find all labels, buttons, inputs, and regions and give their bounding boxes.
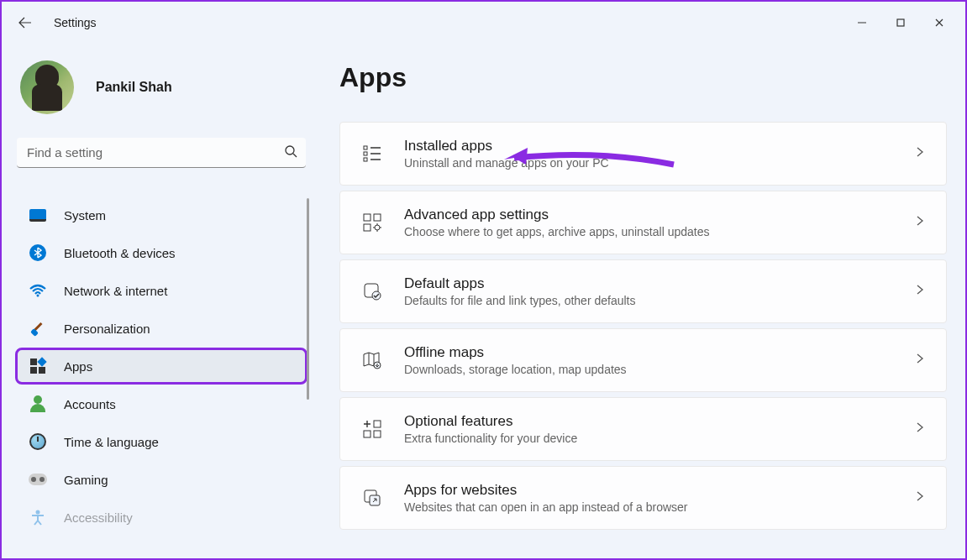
sidebar-item-label: Bluetooth & devices xyxy=(64,246,176,260)
svg-rect-14 xyxy=(374,421,381,427)
chevron-right-icon xyxy=(914,146,926,161)
sidebar-item-label: System xyxy=(64,208,106,222)
svg-rect-4 xyxy=(364,146,367,149)
search-input[interactable] xyxy=(17,138,306,168)
apps-icon xyxy=(29,357,47,375)
map-icon xyxy=(360,348,384,372)
maximize-button[interactable] xyxy=(881,6,920,39)
sidebar-item-time[interactable]: Time & language xyxy=(17,425,306,458)
svg-point-2 xyxy=(37,295,39,297)
list-icon xyxy=(360,142,384,165)
sidebar-item-label: Time & language xyxy=(64,435,159,449)
gear-grid-icon xyxy=(360,211,384,234)
chevron-right-icon xyxy=(914,215,926,230)
card-advanced-settings[interactable]: Advanced app settings Choose where to ge… xyxy=(339,191,947,254)
bluetooth-icon xyxy=(29,243,47,262)
sidebar-item-accessibility[interactable]: Accessibility xyxy=(17,500,306,534)
card-title: Default apps xyxy=(404,275,914,292)
time-icon xyxy=(29,432,47,451)
back-arrow-icon xyxy=(18,16,32,29)
chevron-right-icon xyxy=(914,421,926,437)
card-optional-features[interactable]: Optional features Extra functionality fo… xyxy=(339,397,947,461)
sidebar-item-personalization[interactable]: Personalization xyxy=(17,311,306,345)
window-controls xyxy=(843,6,959,39)
svg-point-1 xyxy=(286,146,294,154)
sidebar-item-network[interactable]: Network & internet xyxy=(17,274,306,307)
search-icon xyxy=(284,144,297,161)
back-button[interactable] xyxy=(8,6,42,39)
minimize-icon xyxy=(857,18,867,28)
plus-grid-icon xyxy=(360,417,384,441)
svg-rect-5 xyxy=(364,152,367,155)
card-desc: Downloads, storage location, map updates xyxy=(404,363,914,376)
accounts-icon xyxy=(29,395,47,413)
maximize-icon xyxy=(896,18,906,28)
svg-point-10 xyxy=(375,225,380,230)
card-desc: Websites that can open in an app instead… xyxy=(404,500,914,514)
sidebar-item-system[interactable]: System xyxy=(17,198,306,232)
gaming-icon xyxy=(29,470,47,489)
avatar xyxy=(20,60,74,114)
sidebar-item-label: Network & internet xyxy=(64,284,167,298)
card-desc: Choose where to get apps, archive apps, … xyxy=(404,225,914,238)
chevron-right-icon xyxy=(914,284,926,299)
scroll-indicator[interactable] xyxy=(307,198,309,400)
default-apps-icon xyxy=(360,280,384,303)
sidebar-item-label: Accounts xyxy=(64,397,116,411)
network-icon xyxy=(29,281,47,300)
card-desc: Extra functionality for your device xyxy=(404,432,914,445)
close-icon xyxy=(934,18,944,28)
svg-rect-15 xyxy=(364,431,371,437)
card-installed-apps[interactable]: Installed apps Uninstall and manage apps… xyxy=(339,122,947,186)
sidebar: Pankil Shah System Bluetooth & devices xyxy=(2,44,321,558)
svg-rect-16 xyxy=(374,431,381,437)
sidebar-item-bluetooth[interactable]: Bluetooth & devices xyxy=(17,236,306,270)
chevron-right-icon xyxy=(914,353,926,368)
svg-rect-9 xyxy=(364,224,371,231)
card-default-apps[interactable]: Default apps Defaults for file and link … xyxy=(339,259,947,323)
minimize-button[interactable] xyxy=(843,6,881,39)
window-title: Settings xyxy=(54,16,97,29)
svg-rect-0 xyxy=(897,19,904,26)
main-content: Apps Installed apps Uninstall and manage… xyxy=(321,44,965,558)
titlebar: Settings xyxy=(2,2,965,44)
sidebar-item-accounts[interactable]: Accounts xyxy=(17,387,306,421)
link-app-icon xyxy=(360,486,384,510)
svg-rect-6 xyxy=(364,158,367,161)
sidebar-item-label: Gaming xyxy=(64,473,108,487)
card-title: Installed apps xyxy=(404,138,914,154)
svg-point-3 xyxy=(36,510,40,515)
svg-rect-8 xyxy=(374,214,381,221)
card-title: Optional features xyxy=(404,413,914,430)
close-button[interactable] xyxy=(920,6,959,39)
chevron-right-icon xyxy=(914,490,926,505)
page-title: Apps xyxy=(339,62,947,93)
card-title: Advanced app settings xyxy=(404,207,914,223)
sidebar-item-label: Accessibility xyxy=(64,510,133,525)
sidebar-item-apps[interactable]: Apps xyxy=(17,349,306,383)
card-title: Offline maps xyxy=(404,344,914,361)
sidebar-item-label: Personalization xyxy=(64,322,150,336)
nav: System Bluetooth & devices Network & int… xyxy=(17,198,321,534)
search-box xyxy=(17,138,306,168)
sidebar-item-label: Apps xyxy=(64,359,92,374)
user-profile[interactable]: Pankil Shah xyxy=(17,60,321,114)
user-name: Pankil Shah xyxy=(96,80,172,95)
system-icon xyxy=(29,206,47,224)
accessibility-icon xyxy=(29,508,47,526)
card-offline-maps[interactable]: Offline maps Downloads, storage location… xyxy=(339,328,947,392)
svg-rect-7 xyxy=(364,214,371,221)
card-desc: Defaults for file and link types, other … xyxy=(404,294,914,307)
card-title: Apps for websites xyxy=(404,482,914,499)
card-apps-for-websites[interactable]: Apps for websites Websites that can open… xyxy=(339,466,947,530)
card-desc: Uninstall and manage apps on your PC xyxy=(404,156,914,170)
brush-icon xyxy=(29,319,47,338)
sidebar-item-gaming[interactable]: Gaming xyxy=(17,463,306,496)
